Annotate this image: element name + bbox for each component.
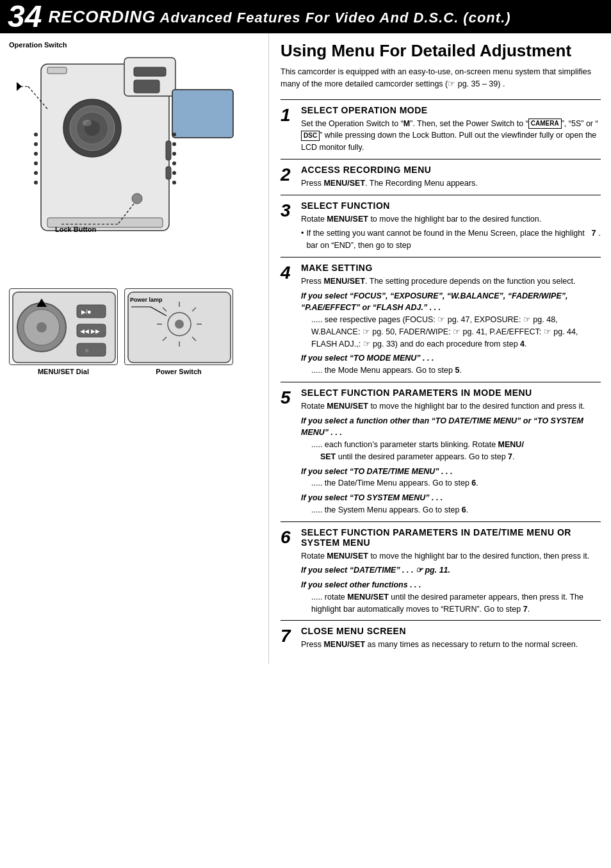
section-main-title: Using Menu For Detailed Adjustment [281, 41, 601, 61]
op-switch-label: Operation Switch [9, 41, 262, 49]
step-5-body: Rotate MENU/SET to move the highlight ba… [301, 400, 601, 516]
svg-point-55 [175, 320, 184, 329]
step-6: 6 SELECT FUNCTION PARAMETERS IN DATE/TIM… [281, 521, 601, 621]
svg-point-24 [34, 161, 38, 165]
step-6-title: SELECT FUNCTION PARAMETERS IN DATE/TIME … [301, 527, 601, 548]
power-switch-box: Power lamp [124, 288, 233, 365]
svg-rect-10 [47, 67, 67, 74]
camera-box: CAMERA [528, 119, 562, 129]
svg-point-37 [37, 322, 47, 332]
step-6-italic1: If you select “DATE/TIME” . . . ☞ pg. 11… [301, 564, 601, 577]
svg-point-29 [172, 152, 176, 156]
svg-rect-9 [134, 67, 166, 76]
svg-point-25 [34, 171, 38, 175]
header-title: RECORDING Advanced Features For Video An… [48, 7, 510, 27]
svg-rect-13 [166, 167, 171, 179]
step-4-title: MAKE SETTING [301, 263, 601, 273]
step-7: 7 CLOSE MENU SCREEN Press MENU/SET as ma… [281, 620, 601, 656]
step-1: 1 SELECT OPERATION MODE Set the Operatio… [281, 99, 601, 159]
step-7-body: Press MENU/SET as many times as necessar… [301, 639, 601, 651]
step-6-content: SELECT FUNCTION PARAMETERS IN DATE/TIME … [301, 527, 601, 616]
step-5-italic1: If you select a function other than “TO … [301, 415, 601, 439]
svg-text:○: ○ [85, 347, 88, 354]
header-title-rest: Advanced Features For Video And D.S.C. (… [160, 10, 511, 26]
svg-point-32 [172, 181, 176, 184]
step-4-indent1: ..... see respective pages (FOCUS: ☞ pg.… [311, 314, 601, 350]
step-3-title: SELECT FUNCTION [301, 201, 601, 211]
svg-point-18 [132, 193, 142, 204]
step-5-italic2: If you select “TO DATE/TIME MENU” . . . [301, 466, 601, 478]
step-5-number: 5 [281, 388, 301, 516]
step-2-title: ACCESS RECORDING MENU [301, 165, 601, 175]
power-switch-svg: Power lamp [125, 289, 233, 365]
svg-text:▶/■: ▶/■ [81, 309, 91, 315]
step-5-indent3: ..... the System Menu appears. Go to ste… [311, 504, 601, 516]
menu-set-dial-label: MENU/SET Dial [9, 368, 118, 375]
step-5-indent2: ..... the Date/Time Menu appears. Go to … [311, 477, 601, 489]
step-4-body: Press MENU/SET. The setting procedure de… [301, 275, 601, 377]
svg-point-28 [172, 142, 176, 146]
step-3-bullet: If the setting you want cannot be found … [301, 227, 601, 252]
step-7-content: CLOSE MENU SCREEN Press MENU/SET as many… [301, 626, 601, 651]
svg-text:Lock Button: Lock Button [55, 225, 96, 233]
svg-text:Power lamp: Power lamp [130, 297, 163, 303]
step-1-title: SELECT OPERATION MODE [301, 105, 601, 115]
step-7-title: CLOSE MENU SCREEN [301, 626, 601, 636]
step-1-body: Set the Operation Switch to “M”. Then, s… [301, 118, 601, 154]
step-3-content: SELECT FUNCTION Rotate MENU/SET to move … [301, 201, 601, 252]
svg-point-21 [34, 133, 38, 136]
menu-set-svg: ▶/■ ◀◀ ▶▶ ○ [10, 289, 118, 365]
svg-point-31 [172, 171, 176, 175]
step-5-indent1: ..... each function’s parameter starts b… [311, 439, 601, 463]
left-column: Operation Switch [0, 33, 269, 664]
dsc-box: DSC [301, 131, 320, 141]
step-5-title: SELECT FUNCTION PARAMETERS IN MODE MENU [301, 388, 601, 398]
page-header: 34 RECORDING Advanced Features For Video… [0, 0, 611, 33]
recording-word: RECORDING [48, 7, 156, 26]
camera-svg: Lock Button [9, 51, 259, 269]
step-6-body: Rotate MENU/SET to move the highlight ba… [301, 550, 601, 616]
step-1-number: 1 [281, 105, 301, 154]
menu-set-box: ▶/■ ◀◀ ▶▶ ○ [9, 288, 118, 365]
svg-point-26 [34, 181, 38, 184]
step-4-indent2: ..... the Mode Menu appears. Go to step … [311, 364, 601, 377]
intro-text: This camcorder is equipped with an easy-… [281, 66, 601, 90]
step-4: 4 MAKE SETTING Press MENU/SET. The setti… [281, 257, 601, 382]
power-switch-label: Power Switch [124, 368, 233, 375]
bottom-devices: ▶/■ ◀◀ ▶▶ ○ MENU/SET Dial [9, 288, 262, 375]
step-4-italic1: If you select “FOCUS”, “EXPOSURE”, “W.BA… [301, 290, 601, 315]
step-4-italic2: If you select “TO MODE MENU” . . . [301, 352, 601, 364]
svg-point-27 [172, 133, 176, 136]
step-3: 3 SELECT FUNCTION Rotate MENU/SET to mov… [281, 195, 601, 257]
page-number: 34 [8, 1, 42, 32]
svg-rect-11 [134, 80, 159, 93]
step-7-number: 7 [281, 626, 301, 651]
step-3-number: 3 [281, 201, 301, 252]
svg-point-30 [172, 161, 176, 165]
step-6-italic2: If you select other functions . . . [301, 579, 601, 591]
svg-rect-41 [77, 343, 106, 356]
step-4-number: 4 [281, 263, 301, 377]
svg-point-23 [34, 152, 38, 156]
step-5-content: SELECT FUNCTION PARAMETERS IN MODE MENU … [301, 388, 601, 516]
svg-point-8 [83, 120, 92, 126]
svg-text:◀◀ ▶▶: ◀◀ ▶▶ [80, 328, 100, 334]
camera-illustration-area: Lock Button [9, 51, 259, 282]
step-2-body: Press MENU/SET. The Recording Menu appea… [301, 177, 601, 190]
step-1-content: SELECT OPERATION MODE Set the Operation … [301, 105, 601, 154]
svg-rect-12 [166, 141, 171, 160]
menu-set-device: ▶/■ ◀◀ ▶▶ ○ MENU/SET Dial [9, 288, 118, 375]
svg-rect-2 [172, 90, 233, 138]
step-6-indent2: ..... rotate MENU/SET until the desired … [311, 591, 601, 616]
svg-marker-17 [17, 82, 22, 91]
step-2: 2 ACCESS RECORDING MENU Press MENU/SET. … [281, 159, 601, 195]
step-6-number: 6 [281, 527, 301, 616]
main-content: Operation Switch [0, 33, 611, 664]
right-column: Using Menu For Detailed Adjustment This … [269, 33, 611, 664]
power-switch-device: Power lamp Power Switch [124, 288, 233, 375]
svg-point-22 [34, 142, 38, 146]
step-2-number: 2 [281, 165, 301, 190]
step-5: 5 SELECT FUNCTION PARAMETERS IN MODE MEN… [281, 382, 601, 521]
step-2-content: ACCESS RECORDING MENU Press MENU/SET. Th… [301, 165, 601, 190]
step-5-italic3: If you select “TO SYSTEM MENU” . . . [301, 492, 601, 504]
